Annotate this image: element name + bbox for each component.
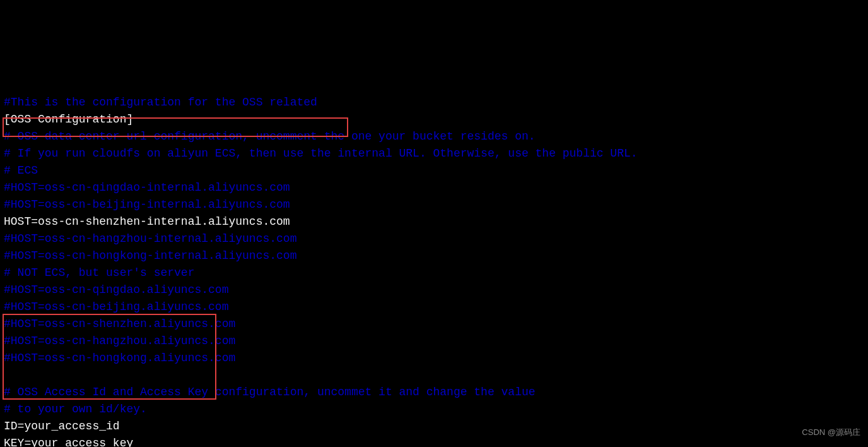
blank-line xyxy=(4,369,11,381)
comment-line: #HOST=oss-cn-qingdao-internal.aliyuncs.c… xyxy=(4,181,290,194)
comment-line: # ECS xyxy=(4,164,38,177)
comment-line: #HOST=oss-cn-hongkong.aliyuncs.com xyxy=(4,352,235,364)
config-file-content: #This is the configuration for the OSS r… xyxy=(0,68,868,447)
comment-line: # OSS Access Id and Access Key configura… xyxy=(4,386,536,398)
comment-line: #HOST=oss-cn-qingdao.aliyuncs.com xyxy=(4,283,228,296)
config-line-key: KEY=your_access_key xyxy=(4,437,133,447)
comment-line: #HOST=oss-cn-beijing-internal.aliyuncs.c… xyxy=(4,198,290,211)
comment-line: #HOST=oss-cn-hangzhou.aliyuncs.com xyxy=(4,335,235,347)
comment-line: # to your own id/key. xyxy=(4,403,147,415)
comment-line: #HOST=oss-cn-hongkong-internal.aliyuncs.… xyxy=(4,249,296,262)
comment-line: #HOST=oss-cn-hangzhou-internal.aliyuncs.… xyxy=(4,232,296,245)
section-header: [OSS Configuration] xyxy=(4,113,133,126)
comment-line: #HOST=oss-cn-beijing.aliyuncs.com xyxy=(4,301,228,313)
watermark-text: CSDN @源码庄 xyxy=(802,424,860,441)
config-line-id: ID=your_access_id xyxy=(4,420,120,432)
comment-line: #This is the configuration for the OSS r… xyxy=(4,96,317,109)
config-line-host: HOST=oss-cn-shenzhen-internal.aliyuncs.c… xyxy=(4,215,290,228)
comment-line: # OSS data center url configuration, unc… xyxy=(4,130,536,143)
comment-line: # NOT ECS, but user's server xyxy=(4,266,194,279)
comment-line: #HOST=oss-cn-shenzhen.aliyuncs.com xyxy=(4,318,235,330)
comment-line: # If you run cloudfs on aliyun ECS, then… xyxy=(4,147,638,160)
